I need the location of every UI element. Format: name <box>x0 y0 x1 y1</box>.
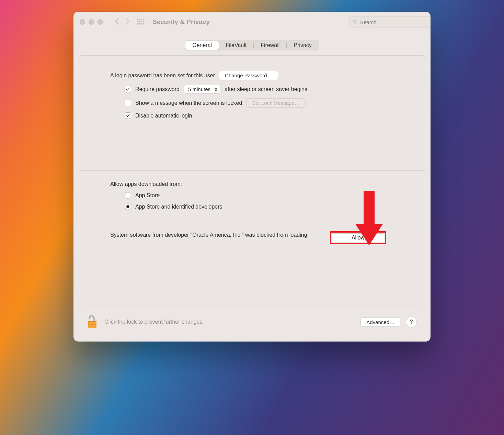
require-password-delay-value: 5 minutes <box>188 86 210 92</box>
zoom-window-button[interactable] <box>98 19 103 25</box>
svg-rect-7 <box>143 21 145 22</box>
window-toolbar: Security & Privacy <box>73 12 431 33</box>
svg-marker-17 <box>355 224 383 245</box>
login-password-status-text: A login password has been set for this u… <box>110 72 215 79</box>
allow-apps-radio-identified[interactable] <box>125 203 131 210</box>
traffic-lights <box>80 19 103 25</box>
show-lock-message-checkbox[interactable] <box>125 100 131 106</box>
tab-label: Firewall <box>261 42 279 48</box>
require-password-delay-select[interactable]: 5 minutes <box>184 85 220 93</box>
svg-rect-5 <box>139 21 141 22</box>
require-password-checkbox[interactable] <box>125 86 131 92</box>
close-window-button[interactable] <box>80 19 85 25</box>
require-password-label: Require password <box>135 86 180 92</box>
checkmark-icon <box>126 87 130 91</box>
tab-general[interactable]: General <box>185 41 219 50</box>
svg-marker-15 <box>215 89 217 91</box>
section-divider <box>79 170 425 171</box>
tab-filevault[interactable]: FileVault <box>219 41 253 50</box>
desktop-background: Security & Privacy General FileVault Fir… <box>0 0 504 435</box>
set-lock-message-button: Set Lock Message… <box>246 98 305 108</box>
blocked-software-message: System software from developer “Oracle A… <box>110 231 323 239</box>
search-field-container <box>350 16 424 27</box>
advanced-button[interactable]: Advanced… <box>360 317 400 327</box>
checkmark-icon <box>126 113 130 118</box>
tab-label: Privacy <box>294 42 311 48</box>
change-password-button[interactable]: Change Password… <box>219 71 278 80</box>
svg-rect-2 <box>141 19 142 20</box>
svg-point-12 <box>353 20 356 23</box>
svg-rect-11 <box>143 23 145 25</box>
svg-marker-14 <box>215 87 217 89</box>
svg-rect-16 <box>364 191 375 225</box>
svg-rect-4 <box>137 21 139 22</box>
forward-button[interactable] <box>123 17 132 27</box>
show-lock-message-label: Show a message when the screen is locked <box>135 100 242 106</box>
svg-rect-19 <box>88 321 96 322</box>
allow-apps-heading: Allow apps downloaded from: <box>110 181 182 187</box>
tab-firewall[interactable]: Firewall <box>254 41 286 50</box>
back-button[interactable] <box>113 17 122 27</box>
tab-privacy[interactable]: Privacy <box>287 41 318 50</box>
allow-apps-option-identified-label: App Store and identified developers <box>135 204 222 210</box>
stepper-arrows-icon <box>215 87 217 91</box>
svg-rect-1 <box>139 19 141 20</box>
svg-line-13 <box>356 22 357 23</box>
preferences-window: Security & Privacy General FileVault Fir… <box>73 12 431 342</box>
allow-apps-radio-appstore[interactable] <box>125 192 131 199</box>
disable-auto-login-checkbox[interactable] <box>125 112 131 119</box>
tab-label: FileVault <box>226 42 247 48</box>
svg-rect-0 <box>137 19 139 20</box>
svg-rect-3 <box>143 19 145 20</box>
window-content: General FileVault Firewall Privacy A log… <box>73 33 431 342</box>
search-input[interactable] <box>350 16 431 27</box>
disable-auto-login-label: Disable automatic login <box>135 113 192 119</box>
tab-bar: General FileVault Firewall Privacy <box>185 40 319 51</box>
svg-rect-8 <box>137 23 139 25</box>
window-title: Security & Privacy <box>152 18 210 26</box>
svg-rect-10 <box>141 23 142 25</box>
svg-rect-6 <box>141 21 142 22</box>
lock-icon[interactable] <box>87 315 99 329</box>
tab-label: General <box>192 42 212 48</box>
require-password-suffix: after sleep or screen saver begins <box>225 86 307 92</box>
lock-hint-text: Click the lock to prevent further change… <box>104 319 204 325</box>
help-button[interactable]: ? <box>406 316 417 327</box>
minimize-window-button[interactable] <box>89 19 94 25</box>
svg-rect-20 <box>88 324 96 325</box>
general-panel: A login password has been set for this u… <box>79 55 425 309</box>
window-footer: Click the lock to prevent further change… <box>79 309 425 335</box>
allow-apps-option-appstore-label: App Store <box>135 192 160 199</box>
search-icon <box>352 19 358 24</box>
show-all-prefs-button[interactable] <box>137 19 145 25</box>
svg-rect-9 <box>139 23 141 25</box>
annotation-arrow-icon <box>355 191 383 245</box>
